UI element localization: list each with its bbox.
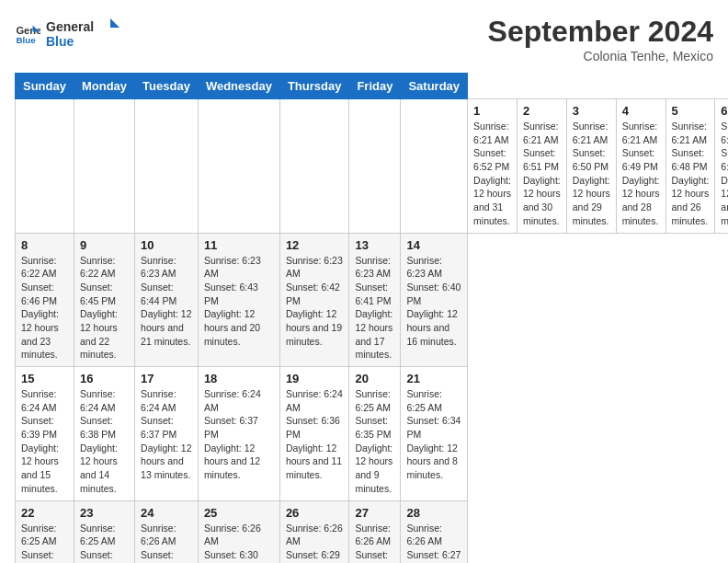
calendar-cell xyxy=(401,99,468,234)
day-number: 24 xyxy=(141,506,192,520)
calendar-cell xyxy=(198,99,279,234)
calendar-cell: 17 Sunrise: 6:24 AM Sunset: 6:37 PM Dayl… xyxy=(135,367,199,501)
calendar-cell xyxy=(279,99,349,234)
day-info: Sunrise: 6:23 AM Sunset: 6:42 PM Dayligh… xyxy=(286,254,344,349)
day-info: Sunrise: 6:22 AM Sunset: 6:45 PM Dayligh… xyxy=(80,254,129,362)
calendar-cell: 3 Sunrise: 6:21 AM Sunset: 6:50 PM Dayli… xyxy=(566,99,616,234)
day-number: 21 xyxy=(406,372,461,385)
day-number: 8 xyxy=(21,238,68,252)
calendar-week-2: 8 Sunrise: 6:22 AM Sunset: 6:46 PM Dayli… xyxy=(16,233,729,367)
day-info: Sunrise: 6:21 AM Sunset: 6:50 PM Dayligh… xyxy=(573,120,610,228)
weekday-header-monday: Monday xyxy=(74,74,134,99)
logo: General Blue General Blue xyxy=(15,15,119,52)
calendar-cell xyxy=(135,99,199,234)
day-number: 19 xyxy=(286,372,344,385)
calendar-table: SundayMondayTuesdayWednesdayThursdayFrid… xyxy=(15,73,728,563)
calendar-cell: 19 Sunrise: 6:24 AM Sunset: 6:36 PM Dayl… xyxy=(279,367,349,501)
day-info: Sunrise: 6:23 AM Sunset: 6:43 PM Dayligh… xyxy=(204,254,274,349)
weekday-header-tuesday: Tuesday xyxy=(135,74,199,99)
day-number: 26 xyxy=(286,506,344,520)
svg-text:General: General xyxy=(46,19,94,34)
day-info: Sunrise: 6:24 AM Sunset: 6:37 PM Dayligh… xyxy=(204,387,274,482)
svg-text:Blue: Blue xyxy=(16,35,36,45)
day-number: 6 xyxy=(721,104,728,118)
calendar-week-1: 1 Sunrise: 6:21 AM Sunset: 6:52 PM Dayli… xyxy=(16,99,729,234)
day-info: Sunrise: 6:23 AM Sunset: 6:40 PM Dayligh… xyxy=(406,254,461,349)
day-number: 9 xyxy=(80,238,129,252)
calendar-week-3: 15 Sunrise: 6:24 AM Sunset: 6:39 PM Dayl… xyxy=(16,367,729,501)
day-info: Sunrise: 6:21 AM Sunset: 6:52 PM Dayligh… xyxy=(473,120,511,228)
calendar-cell xyxy=(74,99,134,234)
weekday-header-saturday: Saturday xyxy=(401,74,468,99)
calendar-cell: 5 Sunrise: 6:21 AM Sunset: 6:48 PM Dayli… xyxy=(665,99,715,234)
day-info: Sunrise: 6:21 AM Sunset: 6:49 PM Dayligh… xyxy=(622,120,660,228)
day-info: Sunrise: 6:26 AM Sunset: 6:29 PM Dayligh… xyxy=(286,522,344,564)
calendar-cell: 18 Sunrise: 6:24 AM Sunset: 6:37 PM Dayl… xyxy=(198,367,279,501)
calendar-cell: 14 Sunrise: 6:23 AM Sunset: 6:40 PM Dayl… xyxy=(401,233,468,367)
logo-icon: General Blue xyxy=(15,20,40,46)
calendar-cell: 12 Sunrise: 6:23 AM Sunset: 6:42 PM Dayl… xyxy=(279,233,349,367)
weekday-header-thursday: Thursday xyxy=(279,74,349,99)
calendar-cell: 9 Sunrise: 6:22 AM Sunset: 6:45 PM Dayli… xyxy=(74,233,134,367)
day-info: Sunrise: 6:21 AM Sunset: 6:48 PM Dayligh… xyxy=(672,120,710,228)
location: Colonia Tenhe, Mexico xyxy=(488,49,713,63)
calendar-cell: 8 Sunrise: 6:22 AM Sunset: 6:46 PM Dayli… xyxy=(16,233,74,367)
day-number: 10 xyxy=(141,238,192,252)
title-area: September 2024 Colonia Tenhe, Mexico xyxy=(488,15,713,63)
calendar-cell: 26 Sunrise: 6:26 AM Sunset: 6:29 PM Dayl… xyxy=(279,500,349,563)
day-info: Sunrise: 6:23 AM Sunset: 6:44 PM Dayligh… xyxy=(141,254,192,349)
month-title: September 2024 xyxy=(488,15,713,49)
calendar-cell: 24 Sunrise: 6:26 AM Sunset: 6:31 PM Dayl… xyxy=(135,500,199,563)
calendar-cell: 21 Sunrise: 6:25 AM Sunset: 6:34 PM Dayl… xyxy=(401,367,468,501)
day-number: 1 xyxy=(473,104,511,118)
calendar-cell: 23 Sunrise: 6:25 AM Sunset: 6:32 PM Dayl… xyxy=(74,500,134,563)
day-number: 18 xyxy=(204,372,274,385)
calendar-cell: 4 Sunrise: 6:21 AM Sunset: 6:49 PM Dayli… xyxy=(616,99,665,234)
logo-graphic: General Blue xyxy=(46,15,119,52)
calendar-cell xyxy=(349,99,401,234)
day-number: 17 xyxy=(141,372,192,385)
day-number: 16 xyxy=(80,372,129,385)
day-info: Sunrise: 6:25 AM Sunset: 6:34 PM Dayligh… xyxy=(406,387,461,482)
weekday-header-sunday: Sunday xyxy=(16,74,74,99)
day-info: Sunrise: 6:26 AM Sunset: 6:30 PM Dayligh… xyxy=(204,522,274,564)
day-number: 27 xyxy=(355,506,394,520)
day-number: 20 xyxy=(355,372,394,385)
day-info: Sunrise: 6:26 AM Sunset: 6:27 PM Dayligh… xyxy=(406,522,461,564)
day-number: 15 xyxy=(21,372,68,385)
page-header: General Blue General Blue September 2024… xyxy=(15,15,713,63)
calendar-cell: 10 Sunrise: 6:23 AM Sunset: 6:44 PM Dayl… xyxy=(135,233,199,367)
svg-text:Blue: Blue xyxy=(46,34,74,49)
day-info: Sunrise: 6:21 AM Sunset: 6:51 PM Dayligh… xyxy=(523,120,561,228)
calendar-cell: 1 Sunrise: 6:21 AM Sunset: 6:52 PM Dayli… xyxy=(468,99,518,234)
calendar-cell: 15 Sunrise: 6:24 AM Sunset: 6:39 PM Dayl… xyxy=(16,367,74,501)
calendar-cell: 27 Sunrise: 6:26 AM Sunset: 6:28 PM Dayl… xyxy=(349,500,401,563)
calendar-cell: 6 Sunrise: 6:22 AM Sunset: 6:48 PM Dayli… xyxy=(715,99,728,234)
day-info: Sunrise: 6:25 AM Sunset: 6:35 PM Dayligh… xyxy=(355,387,394,496)
day-number: 13 xyxy=(355,238,394,252)
day-number: 14 xyxy=(406,238,461,252)
day-number: 25 xyxy=(204,506,274,520)
day-info: Sunrise: 6:24 AM Sunset: 6:38 PM Dayligh… xyxy=(80,387,129,496)
day-info: Sunrise: 6:24 AM Sunset: 6:37 PM Dayligh… xyxy=(141,387,192,482)
calendar-cell: 11 Sunrise: 6:23 AM Sunset: 6:43 PM Dayl… xyxy=(198,233,279,367)
day-number: 12 xyxy=(286,238,344,252)
day-number: 5 xyxy=(672,104,710,118)
day-number: 2 xyxy=(523,104,561,118)
weekday-header-row: SundayMondayTuesdayWednesdayThursdayFrid… xyxy=(16,74,729,99)
day-number: 23 xyxy=(80,506,129,520)
day-info: Sunrise: 6:26 AM Sunset: 6:28 PM Dayligh… xyxy=(355,522,394,564)
day-number: 11 xyxy=(204,238,274,252)
calendar-cell: 16 Sunrise: 6:24 AM Sunset: 6:38 PM Dayl… xyxy=(74,367,134,501)
day-info: Sunrise: 6:24 AM Sunset: 6:36 PM Dayligh… xyxy=(286,387,344,482)
calendar-cell: 22 Sunrise: 6:25 AM Sunset: 6:33 PM Dayl… xyxy=(16,500,74,563)
day-info: Sunrise: 6:25 AM Sunset: 6:32 PM Dayligh… xyxy=(80,522,129,564)
day-number: 28 xyxy=(406,506,461,520)
calendar-cell: 13 Sunrise: 6:23 AM Sunset: 6:41 PM Dayl… xyxy=(349,233,401,367)
weekday-header-friday: Friday xyxy=(349,74,401,99)
calendar-cell xyxy=(16,99,74,234)
day-info: Sunrise: 6:23 AM Sunset: 6:41 PM Dayligh… xyxy=(355,254,394,362)
weekday-header-wednesday: Wednesday xyxy=(198,74,279,99)
day-info: Sunrise: 6:22 AM Sunset: 6:46 PM Dayligh… xyxy=(21,254,68,362)
calendar-cell: 20 Sunrise: 6:25 AM Sunset: 6:35 PM Dayl… xyxy=(349,367,401,501)
